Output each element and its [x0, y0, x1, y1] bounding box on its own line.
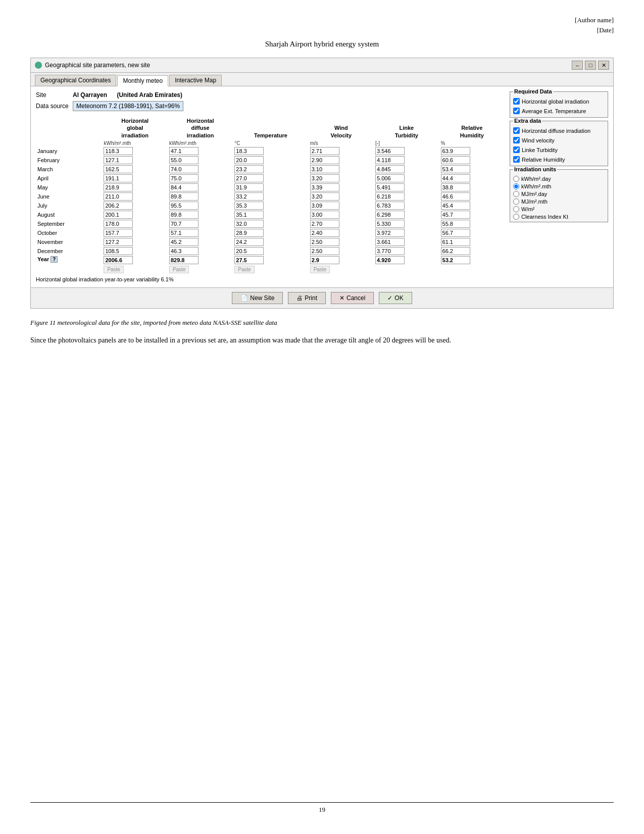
- humidity-input[interactable]: [441, 147, 470, 155]
- h-global-input[interactable]: [104, 202, 133, 210]
- temp-input[interactable]: [234, 165, 264, 173]
- humidity-input[interactable]: [441, 247, 470, 255]
- paste-wind-button[interactable]: Paste: [310, 266, 330, 273]
- print-button[interactable]: 🖨 Print: [288, 292, 326, 304]
- linke-input[interactable]: [375, 174, 405, 182]
- tab-interactive-map[interactable]: Interactive Map: [169, 75, 222, 86]
- temp-input[interactable]: [234, 202, 264, 210]
- humidity-input[interactable]: [441, 202, 470, 210]
- linke-input[interactable]: [375, 183, 405, 191]
- wind-input[interactable]: [310, 165, 339, 173]
- radio-mj-day[interactable]: [513, 191, 519, 197]
- wind-input[interactable]: [310, 220, 339, 228]
- cancel-button[interactable]: ✕ Cancel: [331, 292, 374, 304]
- temp-input[interactable]: [234, 174, 264, 182]
- h-global-input[interactable]: [104, 220, 133, 228]
- temp-input[interactable]: [234, 192, 264, 201]
- year-humidity-input[interactable]: [441, 256, 470, 264]
- wind-input[interactable]: [310, 192, 339, 201]
- radio-kwh-mth[interactable]: [513, 183, 519, 189]
- linke-input[interactable]: [375, 247, 405, 255]
- temp-input[interactable]: [234, 229, 264, 237]
- extra-check-wind-input[interactable]: [513, 137, 520, 143]
- humidity-input[interactable]: [441, 211, 470, 219]
- linke-input[interactable]: [375, 211, 405, 219]
- humidity-input[interactable]: [441, 220, 470, 228]
- temp-input[interactable]: [234, 220, 264, 228]
- humidity-input[interactable]: [441, 238, 470, 246]
- year-h-global-input[interactable]: [104, 256, 133, 264]
- wind-input[interactable]: [310, 147, 339, 155]
- paste-h-global-button[interactable]: Paste: [104, 266, 124, 273]
- humidity-input[interactable]: [441, 192, 470, 201]
- humidity-input[interactable]: [441, 183, 470, 191]
- h-global-input[interactable]: [104, 238, 133, 246]
- tab-monthly-meteo[interactable]: Monthly meteo: [117, 75, 168, 86]
- h-diffuse-input[interactable]: [169, 183, 199, 191]
- wind-input[interactable]: [310, 211, 339, 219]
- h-global-input[interactable]: [104, 174, 133, 182]
- year-linke-input[interactable]: [375, 256, 405, 264]
- temp-input[interactable]: [234, 147, 264, 155]
- year-temp-input[interactable]: [234, 256, 264, 264]
- year-wind-input[interactable]: [310, 256, 339, 264]
- wind-input[interactable]: [310, 183, 339, 191]
- h-global-input[interactable]: [104, 165, 133, 173]
- temp-input[interactable]: [234, 247, 264, 255]
- h-global-input[interactable]: [104, 229, 133, 237]
- temp-input[interactable]: [234, 183, 264, 191]
- radio-wm2[interactable]: [513, 206, 519, 212]
- tab-geographical-coordinates[interactable]: Geographical Coordinates: [35, 75, 116, 86]
- linke-input[interactable]: [375, 165, 405, 173]
- h-global-input[interactable]: [104, 156, 133, 164]
- h-diffuse-input[interactable]: [169, 174, 199, 182]
- h-global-input[interactable]: [104, 247, 133, 255]
- humidity-input[interactable]: [441, 165, 470, 173]
- paste-temp-button[interactable]: Paste: [234, 266, 255, 273]
- radio-clearness[interactable]: [513, 214, 519, 220]
- required-check-1-input[interactable]: [513, 98, 520, 105]
- h-diffuse-input[interactable]: [169, 229, 199, 237]
- h-diffuse-input[interactable]: [169, 202, 199, 210]
- h-diffuse-input[interactable]: [169, 156, 199, 164]
- year-h-diffuse-input[interactable]: [169, 256, 199, 264]
- linke-input[interactable]: [375, 147, 405, 155]
- linke-input[interactable]: [375, 202, 405, 210]
- linke-input[interactable]: [375, 229, 405, 237]
- humidity-input[interactable]: [441, 174, 470, 182]
- humidity-input[interactable]: [441, 156, 470, 164]
- wind-input[interactable]: [310, 238, 339, 246]
- h-diffuse-input[interactable]: [169, 147, 199, 155]
- extra-check-humidity-input[interactable]: [513, 156, 520, 163]
- h-global-input[interactable]: [104, 183, 133, 191]
- h-diffuse-input[interactable]: [169, 192, 199, 201]
- radio-mj-mth[interactable]: [513, 199, 519, 205]
- new-site-button[interactable]: 📄 New Site: [232, 292, 283, 304]
- h-diffuse-input[interactable]: [169, 165, 199, 173]
- linke-input[interactable]: [375, 192, 405, 201]
- extra-check-diffuse-input[interactable]: [513, 127, 520, 134]
- extra-check-linke-input[interactable]: [513, 146, 520, 153]
- h-global-input[interactable]: [104, 147, 133, 155]
- close-button[interactable]: ✕: [598, 61, 609, 70]
- linke-input[interactable]: [375, 156, 405, 164]
- required-check-2-input[interactable]: [513, 108, 520, 114]
- wind-input[interactable]: [310, 174, 339, 182]
- radio-kwh-day[interactable]: [513, 176, 519, 182]
- ok-button[interactable]: ✓ OK: [379, 292, 412, 304]
- linke-input[interactable]: [375, 220, 405, 228]
- minimize-button[interactable]: –: [572, 61, 583, 70]
- linke-input[interactable]: [375, 238, 405, 246]
- wind-input[interactable]: [310, 156, 339, 164]
- h-diffuse-input[interactable]: [169, 220, 199, 228]
- h-global-input[interactable]: [104, 211, 133, 219]
- temp-input[interactable]: [234, 211, 264, 219]
- wind-input[interactable]: [310, 229, 339, 237]
- h-global-input[interactable]: [104, 192, 133, 201]
- humidity-input[interactable]: [441, 229, 470, 237]
- temp-input[interactable]: [234, 156, 264, 164]
- h-diffuse-input[interactable]: [169, 238, 199, 246]
- temp-input[interactable]: [234, 238, 264, 246]
- maximize-button[interactable]: □: [585, 61, 596, 70]
- paste-h-diffuse-button[interactable]: Paste: [169, 266, 189, 273]
